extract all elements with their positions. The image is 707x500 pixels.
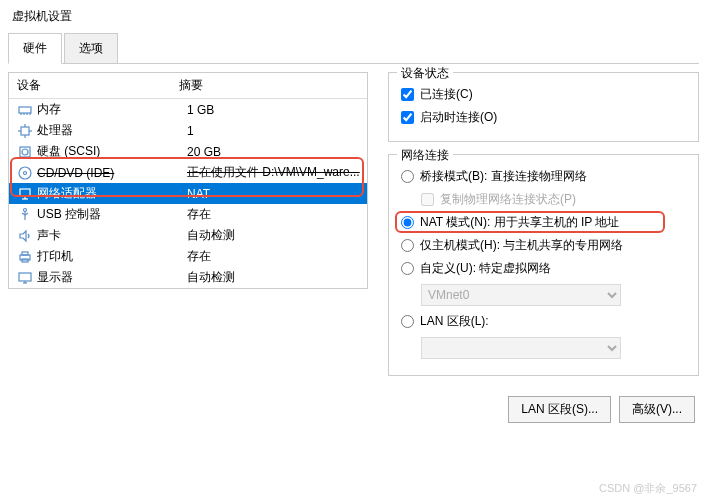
tab-options[interactable]: 选项 xyxy=(64,33,118,63)
window-title: 虚拟机设置 xyxy=(0,0,707,33)
display-icon xyxy=(17,270,33,286)
device-summary: 1 xyxy=(187,124,367,138)
device-table: 设备 摘要 内存 1 GB 处理器 1 硬盘 (SCSI) 20 GB CD/D… xyxy=(8,72,368,289)
svg-point-13 xyxy=(24,171,27,174)
checkbox-replicate xyxy=(421,193,434,206)
label-lan-segment: LAN 区段(L): xyxy=(420,313,489,330)
device-name: 打印机 xyxy=(37,248,187,265)
device-name: 硬盘 (SCSI) xyxy=(37,143,187,160)
svg-rect-5 xyxy=(21,127,29,135)
label-connect-on-start: 启动时连接(O) xyxy=(420,109,497,126)
select-lan-segment xyxy=(421,337,621,359)
radio-lan-segment[interactable] xyxy=(401,315,414,328)
label-custom: 自定义(U): 特定虚拟网络 xyxy=(420,260,551,277)
device-summary: 存在 xyxy=(187,206,367,223)
label-replicate: 复制物理网络连接状态(P) xyxy=(440,191,576,208)
checkbox-connect-on-start[interactable] xyxy=(401,111,414,124)
label-nat: NAT 模式(N): 用于共享主机的 IP 地址 xyxy=(420,214,619,231)
device-name: 显示器 xyxy=(37,269,187,286)
sound-icon xyxy=(17,228,33,244)
device-row-network[interactable]: 网络适配器 NAT xyxy=(9,183,367,204)
device-row-cpu[interactable]: 处理器 1 xyxy=(9,120,367,141)
tab-hardware[interactable]: 硬件 xyxy=(8,33,62,64)
label-connected: 已连接(C) xyxy=(420,86,473,103)
device-summary: 存在 xyxy=(187,248,367,265)
device-name: 声卡 xyxy=(37,227,187,244)
device-row-printer[interactable]: 打印机 存在 xyxy=(9,246,367,267)
svg-point-12 xyxy=(19,167,31,179)
device-summary: 正在使用文件 D:\VM\VM_ware... xyxy=(187,164,367,181)
device-row-cd[interactable]: CD/DVD (IDE) 正在使用文件 D:\VM\VM_ware... xyxy=(9,162,367,183)
label-hostonly: 仅主机模式(H): 与主机共享的专用网络 xyxy=(420,237,623,254)
radio-bridge[interactable] xyxy=(401,170,414,183)
device-summary: NAT xyxy=(187,187,367,201)
disk-icon xyxy=(17,144,33,160)
svg-rect-24 xyxy=(19,273,31,281)
watermark: CSDN @非余_9567 xyxy=(599,481,697,496)
tab-strip: 硬件 选项 xyxy=(8,33,699,64)
device-row-memory[interactable]: 内存 1 GB xyxy=(9,99,367,120)
network-connection-group: 网络连接 桥接模式(B): 直接连接物理网络 复制物理网络连接状态(P) NAT… xyxy=(388,154,699,376)
device-summary: 20 GB xyxy=(187,145,367,159)
device-status-legend: 设备状态 xyxy=(397,65,453,82)
device-name: CD/DVD (IDE) xyxy=(37,166,187,180)
device-name: 处理器 xyxy=(37,122,187,139)
label-bridge: 桥接模式(B): 直接连接物理网络 xyxy=(420,168,587,185)
checkbox-connected[interactable] xyxy=(401,88,414,101)
column-header-device: 设备 xyxy=(9,77,179,94)
memory-icon xyxy=(17,102,33,118)
cpu-icon xyxy=(17,123,33,139)
usb-icon xyxy=(17,207,33,223)
device-name: 网络适配器 xyxy=(37,185,187,202)
device-row-display[interactable]: 显示器 自动检测 xyxy=(9,267,367,288)
svg-point-11 xyxy=(22,149,28,155)
device-status-group: 设备状态 已连接(C) 启动时连接(O) xyxy=(388,72,699,142)
select-vmnet: VMnet0 xyxy=(421,284,621,306)
radio-custom[interactable] xyxy=(401,262,414,275)
cd-icon xyxy=(17,165,33,181)
device-row-sound[interactable]: 声卡 自动检测 xyxy=(9,225,367,246)
device-summary: 自动检测 xyxy=(187,269,367,286)
printer-icon xyxy=(17,249,33,265)
button-lan-segment[interactable]: LAN 区段(S)... xyxy=(508,396,611,423)
network-icon xyxy=(17,186,33,202)
device-summary: 1 GB xyxy=(187,103,367,117)
radio-nat[interactable] xyxy=(401,216,414,229)
button-advanced[interactable]: 高级(V)... xyxy=(619,396,695,423)
radio-hostonly[interactable] xyxy=(401,239,414,252)
svg-rect-14 xyxy=(20,189,30,196)
device-name: 内存 xyxy=(37,101,187,118)
device-name: USB 控制器 xyxy=(37,206,187,223)
network-connection-legend: 网络连接 xyxy=(397,147,453,164)
svg-rect-22 xyxy=(22,252,28,255)
device-row-disk[interactable]: 硬盘 (SCSI) 20 GB xyxy=(9,141,367,162)
svg-rect-0 xyxy=(19,107,31,113)
device-row-usb[interactable]: USB 控制器 存在 xyxy=(9,204,367,225)
device-summary: 自动检测 xyxy=(187,227,367,244)
column-header-summary: 摘要 xyxy=(179,77,367,94)
